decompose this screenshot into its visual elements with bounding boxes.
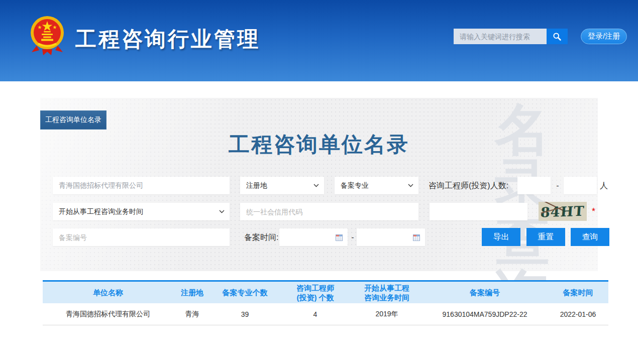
column-header: 单位名称 [43,282,173,303]
column-header: 咨询工程师 (投资) 个数 [279,282,352,303]
search-button[interactable] [547,29,568,44]
table-cell: 39 [211,303,279,325]
national-emblem-icon [29,14,65,57]
region-select[interactable]: 注册地 [240,177,324,194]
specialty-select-value: 备案专业 [341,181,369,190]
site-title: 工程咨询行业管理 [75,25,260,53]
table-cell: 2019年 [352,303,422,325]
captcha-image[interactable]: 84HT [539,202,587,221]
table-header-row: 单位名称注册地备案专业个数咨询工程师 (投资) 个数开始从事工程 咨询业务时间备… [43,280,608,303]
column-header: 备案专业个数 [211,282,279,303]
credit-code-input[interactable] [240,203,418,220]
reset-button[interactable]: 重置 [526,228,565,246]
region-select-value: 注册地 [246,181,267,190]
record-time-label: 备案时间: [244,228,278,246]
record-date-start[interactable] [279,228,348,246]
column-header: 开始从事工程 咨询业务时间 [352,282,422,303]
tab-directory[interactable]: 工程咨询单位名录 [40,110,107,130]
start-time-select[interactable]: 开始从事工程咨询业务时间 [53,203,230,220]
table-body: 青海国德招标代理有限公司青海3942019年91630104MA759JDP22… [43,303,608,325]
captcha-required-mark: * [592,203,595,220]
captcha-code: 84HT [540,203,585,220]
start-time-select-value: 开始从事工程咨询业务时间 [59,207,143,216]
results-table: 单位名称注册地备案专业个数咨询工程师 (投资) 个数开始从事工程 咨询业务时间备… [43,280,608,325]
company-input[interactable] [53,177,230,194]
engineer-min-input[interactable] [517,177,551,194]
page: 工程咨询行业管理 登录/注册 名录 查询 工程咨询单位名录 工程咨询单位名录 注… [0,0,638,364]
record-date-end[interactable] [357,228,425,246]
table-cell: 2022-01-06 [548,303,608,325]
table-cell: 91630104MA759JDP22-22 [422,303,548,325]
site-header: 工程咨询行业管理 登录/注册 [0,0,638,81]
captcha-input[interactable] [430,203,527,220]
panel-title: 工程咨询单位名录 [40,131,598,159]
header-search-bar [454,29,568,44]
query-button[interactable]: 查询 [571,228,609,246]
table-row: 青海国德招标代理有限公司青海3942019年91630104MA759JDP22… [43,303,608,325]
table-cell: 4 [279,303,352,325]
keyword-search-input[interactable] [454,29,547,44]
specialty-select[interactable]: 备案专业 [335,177,418,194]
calendar-icon [413,234,420,241]
search-icon [553,32,562,41]
export-button[interactable]: 导出 [482,228,520,246]
chevron-down-icon [408,184,413,187]
table-cell: 青海 [173,303,211,325]
engineer-count-label: 咨询工程师(投资)人数: [429,177,508,194]
login-register-button[interactable]: 登录/注册 [581,29,627,44]
person-unit-label: 人 [600,177,608,194]
engineer-max-input[interactable] [564,177,597,194]
column-header: 备案时间 [548,282,608,303]
record-no-input[interactable] [53,228,230,246]
chevron-down-icon [313,184,319,187]
record-date-dash: - [350,228,355,246]
table-cell: 青海国德招标代理有限公司 [43,303,173,325]
calendar-icon [336,234,343,241]
column-header: 注册地 [173,282,211,303]
column-header: 备案编号 [422,282,548,303]
chevron-down-icon [219,210,225,213]
engineer-range-dash: - [554,177,562,194]
